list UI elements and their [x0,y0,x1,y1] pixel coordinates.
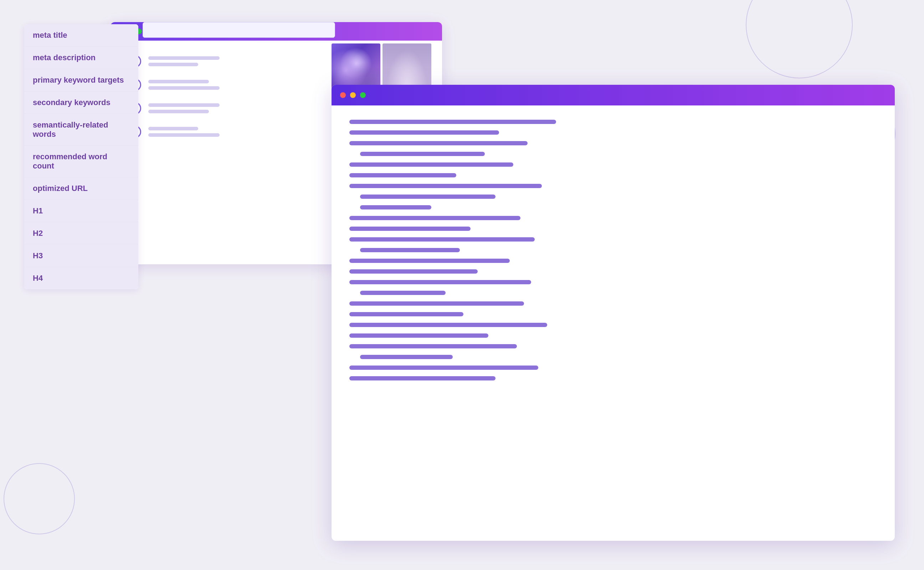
code-line [349,184,542,188]
code-line [349,259,510,263]
radio-line [148,103,219,107]
seo-row-meta-title[interactable]: meta title [24,24,138,47]
code-line [349,280,531,284]
seo-label-secondary-keywords: secondary keywords [33,98,111,107]
seo-row-h2[interactable]: H2 [24,222,138,245]
code-line [360,291,446,295]
window-close-button-front[interactable] [340,92,346,98]
code-line [360,355,453,359]
code-line [360,205,431,210]
seo-label-meta-title: meta title [33,31,68,40]
code-line [360,152,485,156]
code-line [349,173,456,178]
code-line [349,301,524,306]
seo-row-optimized-url[interactable]: optimized URL [24,178,138,200]
browser-window-front [332,85,895,541]
seo-row-h3[interactable]: H3 [24,245,138,267]
code-line [360,248,460,252]
seo-label-h4: H4 [33,274,43,282]
code-line [349,237,535,242]
seo-row-secondary-keywords[interactable]: secondary keywords [24,92,138,114]
radio-line [148,63,198,66]
code-line [349,227,471,231]
radio-line [148,127,198,130]
code-line [349,376,496,380]
seo-label-h1: H1 [33,206,43,215]
code-line [360,195,496,199]
seo-label-meta-description: meta description [33,53,95,62]
radio-line [148,133,219,137]
bg-decoration-1 [746,0,853,78]
seo-row-semantically-related[interactable]: semantically-related words [24,114,138,146]
seo-row-h4[interactable]: H4 [24,267,138,289]
seo-row-recommended-word-count[interactable]: recommended word count [24,146,138,178]
radio-line [148,80,209,83]
code-line [349,269,478,274]
radio-line [148,86,219,90]
window-minimize-button-front[interactable] [350,92,356,98]
code-content [332,106,895,395]
seo-row-primary-keywords[interactable]: primary keyword targets [24,69,138,92]
code-line [349,130,499,135]
code-line [349,216,520,220]
code-line [349,344,517,348]
address-bar[interactable] [143,22,335,38]
seo-fields-panel: meta title meta description primary keyw… [24,24,138,289]
seo-row-h1[interactable]: H1 [24,200,138,222]
seo-row-meta-description[interactable]: meta description [24,47,138,69]
seo-label-h3: H3 [33,251,43,260]
seo-label-primary-keywords: primary keyword targets [33,75,124,84]
radio-line [148,110,209,113]
code-line [349,323,547,327]
seo-label-semantically-related: semantically-related words [33,120,108,139]
code-line [349,366,538,370]
code-line [349,141,528,146]
browser-front-titlebar [332,85,895,106]
radio-line [148,56,219,60]
code-line [349,334,488,338]
bg-decoration-2 [3,463,75,535]
window-maximize-button-front[interactable] [360,92,366,98]
code-line [349,312,464,316]
seo-label-recommended-word-count: recommended word count [33,152,107,170]
code-line [349,120,556,124]
code-line [349,162,513,167]
seo-label-optimized-url: optimized URL [33,184,88,193]
seo-label-h2: H2 [33,229,43,238]
